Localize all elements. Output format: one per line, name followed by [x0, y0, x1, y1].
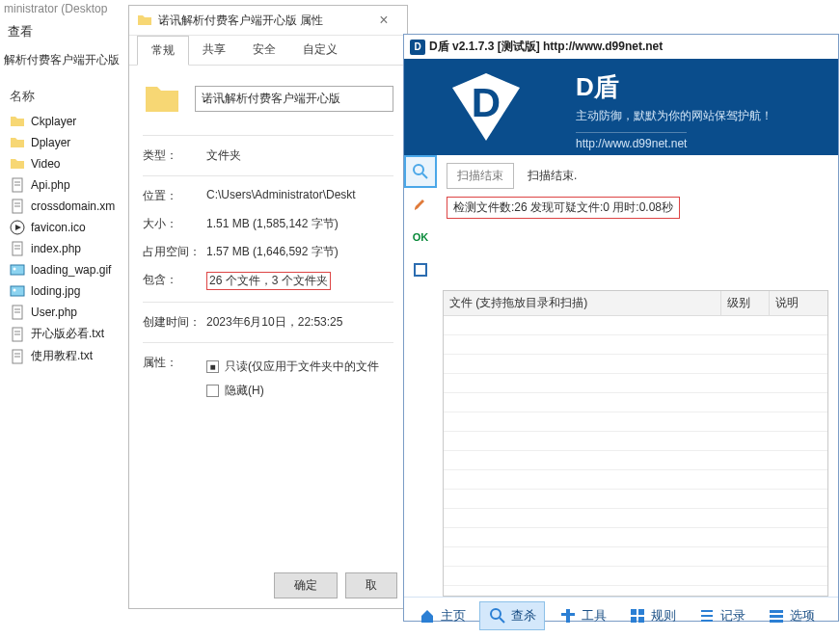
- search-icon: [488, 606, 507, 625]
- grid-icon: [628, 606, 647, 625]
- svg-rect-40: [770, 610, 783, 613]
- svg-rect-35: [631, 617, 637, 623]
- list-item[interactable]: loding.jpg: [6, 280, 129, 302]
- ok-button[interactable]: 确定: [274, 572, 338, 598]
- file-name: index.php: [31, 242, 81, 255]
- file-icon: [10, 199, 25, 214]
- dialog-titlebar[interactable]: 诺讯解析付费客户端开心版 属性 ×: [129, 6, 407, 36]
- file-icon: [10, 349, 25, 364]
- properties-dialog: 诺讯解析付费客户端开心版 属性 × 常规 共享 安全 自定义 诺讯解析付费客户端…: [128, 5, 408, 609]
- cancel-button[interactable]: 取: [345, 572, 397, 598]
- list-icon: [697, 606, 717, 625]
- bottom-tabs: 主页查杀工具规则记录选项: [404, 597, 838, 634]
- dshield-window: D D盾 v2.1.7.3 [测试版] http://www.d99net.ne…: [403, 34, 839, 622]
- dshield-app-icon: D: [410, 40, 425, 55]
- folder-large-icon: [143, 79, 181, 118]
- tab-label: 主页: [441, 607, 466, 625]
- svg-rect-34: [638, 609, 644, 615]
- result-grid[interactable]: 文件 (支持拖放目录和扫描) 级别 说明: [443, 290, 828, 597]
- dialog-title: 诺讯解析付费客户端开心版 属性: [158, 13, 323, 29]
- tab-home[interactable]: 主页: [410, 601, 474, 630]
- svg-line-27: [422, 173, 427, 178]
- tab-list[interactable]: 记录: [690, 601, 753, 630]
- col-desc[interactable]: 说明: [770, 291, 827, 315]
- svg-point-26: [414, 165, 423, 174]
- list-item[interactable]: 使用教程.txt: [6, 345, 129, 367]
- tool-icon: [558, 606, 578, 625]
- search-icon[interactable]: [404, 155, 437, 188]
- file-name: favicon.ico: [31, 221, 86, 234]
- list-item[interactable]: Api.php: [6, 174, 129, 196]
- file-list: CkplayerDplayerVideoApi.phpcrossdomain.x…: [0, 111, 135, 367]
- explorer-title: ministrator (Desktop: [0, 0, 135, 17]
- breadcrumb[interactable]: 解析付费客户端开心版: [0, 46, 135, 74]
- list-item[interactable]: Video: [6, 153, 129, 174]
- svg-text:D: D: [472, 80, 501, 125]
- home-icon: [418, 606, 437, 625]
- stop-icon[interactable]: [404, 253, 437, 286]
- scan-result: 检测文件数:26 发现可疑文件:0 用时:0.08秒: [447, 197, 680, 219]
- size-value: 1.51 MB (1,585,142 字节): [206, 216, 393, 232]
- svg-rect-42: [770, 620, 783, 623]
- list-item[interactable]: Dplayer: [6, 132, 129, 153]
- created-value: 2023年6月10日，22:53:25: [206, 314, 393, 331]
- tab-search[interactable]: 查杀: [479, 601, 545, 630]
- list-item[interactable]: Ckplayer: [6, 111, 129, 132]
- list-item[interactable]: index.php: [6, 238, 129, 259]
- list-item[interactable]: User.php: [6, 302, 129, 323]
- svg-rect-33: [631, 609, 637, 615]
- hidden-checkbox[interactable]: [206, 385, 219, 397]
- dshield-brand: D盾: [576, 70, 830, 104]
- svg-rect-36: [638, 617, 644, 623]
- folder-icon: [10, 114, 25, 129]
- scan-button[interactable]: 扫描结束: [447, 163, 514, 189]
- svg-point-14: [14, 289, 16, 292]
- tab-share[interactable]: 共享: [189, 36, 239, 65]
- readonly-checkbox[interactable]: ■: [206, 360, 219, 373]
- tab-opts[interactable]: 选项: [759, 601, 823, 630]
- contains-label: 包含：: [143, 272, 206, 290]
- ok-icon[interactable]: OK: [404, 221, 437, 253]
- tab-custom[interactable]: 自定义: [289, 36, 351, 65]
- svg-rect-41: [770, 615, 783, 618]
- dshield-slogan: 主动防御，默默为你的网站保驾护航！: [576, 108, 830, 124]
- svg-rect-32: [566, 609, 570, 623]
- dshield-titlebar[interactable]: D D盾 v2.1.7.3 [测试版] http://www.d99net.ne…: [404, 35, 838, 59]
- folder-icon: [137, 13, 152, 28]
- tab-tool[interactable]: 工具: [551, 601, 614, 630]
- tab-security[interactable]: 安全: [239, 36, 289, 65]
- size-label: 大小：: [143, 216, 206, 232]
- file-name: Video: [31, 157, 60, 171]
- menu-view[interactable]: 查看: [0, 17, 135, 46]
- dshield-url[interactable]: http://www.d99net.net: [576, 132, 687, 150]
- svg-rect-13: [11, 286, 24, 296]
- type-label: 类型：: [143, 147, 206, 164]
- play-icon: [10, 220, 25, 235]
- tab-general[interactable]: 常规: [137, 36, 189, 66]
- explorer-window: ministrator (Desktop 查看 解析付费客户端开心版 名称 Ck…: [0, 0, 135, 638]
- file-name: Api.php: [31, 178, 70, 192]
- col-level[interactable]: 级别: [721, 291, 770, 315]
- type-value: 文件夹: [206, 147, 393, 164]
- side-tools: OK: [404, 155, 437, 286]
- folder-name-input[interactable]: 诺讯解析付费客户端开心版: [195, 86, 393, 112]
- file-name: Ckplayer: [31, 115, 76, 128]
- tab-grid[interactable]: 规则: [620, 601, 684, 630]
- close-icon[interactable]: ×: [368, 12, 399, 29]
- list-item[interactable]: loading_wap.gif: [6, 259, 129, 280]
- created-label: 创建时间：: [143, 314, 206, 331]
- disk-label: 占用空间：: [143, 244, 206, 260]
- column-header-name[interactable]: 名称: [0, 74, 135, 111]
- brush-icon[interactable]: [404, 188, 437, 221]
- grid-body: [444, 316, 827, 598]
- col-file[interactable]: 文件 (支持拖放目录和扫描): [444, 291, 721, 315]
- readonly-label: 只读(仅应用于文件夹中的文件: [225, 359, 379, 375]
- list-item[interactable]: crossdomain.xm: [6, 196, 129, 217]
- dshield-banner: D D盾 主动防御，默默为你的网站保驾护航！ http://www.d99net…: [404, 59, 838, 155]
- dshield-logo-icon: D: [404, 59, 568, 155]
- list-item[interactable]: 开心版必看.txt: [6, 323, 129, 345]
- file-name: loading_wap.gif: [31, 263, 111, 277]
- list-item[interactable]: favicon.ico: [6, 217, 129, 238]
- tab-label: 记录: [720, 607, 745, 625]
- img-icon: [10, 262, 25, 278]
